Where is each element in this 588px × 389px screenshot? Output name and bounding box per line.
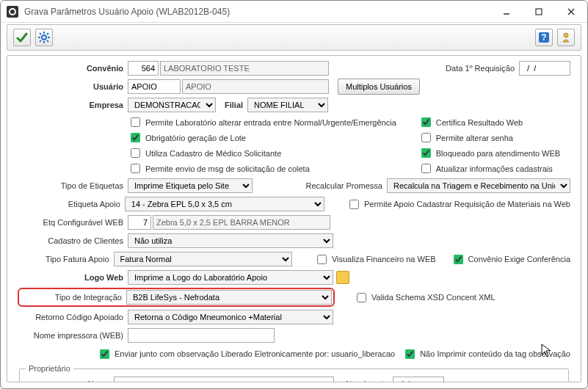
folder-icon[interactable]	[336, 271, 349, 284]
titlebar: Grava Parâmetros Usuário Apoio (WLAB2012…	[1, 1, 587, 23]
confirm-button[interactable]	[13, 29, 31, 46]
toolbar: ?	[7, 24, 581, 51]
etq-web-num-input[interactable]	[128, 215, 151, 230]
prop-nome-label: Nome	[26, 379, 114, 382]
app-icon	[7, 6, 18, 18]
chk-utiliza-cad-medico[interactable]	[131, 148, 140, 158]
convenio-code-input[interactable]	[128, 61, 159, 76]
tipo-etiquetas-label: Tipo de Etiquetas	[18, 181, 128, 190]
etiqueta-apoio-select[interactable]: 14 - Zebra EPL 5,0 x 3,5 cm	[125, 197, 324, 211]
tipo-fatura-label: Tipo Fatura Apoio	[18, 255, 114, 263]
etiqueta-apoio-label: Etiqueta Apoio	[18, 200, 125, 208]
recalcular-label: Recalcular Promessa	[305, 181, 382, 190]
chk-nao-imprimir-tag[interactable]	[405, 349, 415, 359]
cad-clientes-label: Cadastro de Clientes	[18, 236, 128, 245]
usuario-label: Usuário	[18, 82, 128, 91]
empresa-select[interactable]: DEMONSTRACAO	[128, 98, 216, 112]
prop-nasc-input[interactable]	[393, 377, 444, 382]
chk-bloqueado-web[interactable]	[421, 148, 431, 158]
tipo-etiquetas-select[interactable]: Imprime Etiqueta pelo Site	[128, 178, 253, 193]
svg-rect-1	[536, 9, 542, 15]
svg-line-11	[47, 33, 48, 34]
data-requisicao-label: Data 1º Requisição	[446, 64, 515, 73]
recalcular-select[interactable]: Recalcula na Triagem e Recebimento na Un…	[387, 178, 570, 193]
filial-select[interactable]: NOME FILIAL	[247, 98, 328, 112]
chk-obrigatorio-lote[interactable]	[131, 133, 140, 142]
proprietario-group: Proprietário Nome Nascimento Celular Ema…	[19, 364, 569, 382]
chk-convenio-exige-conf[interactable]	[454, 255, 463, 264]
chk-enviar-obs[interactable]	[100, 349, 109, 359]
settings-button[interactable]	[35, 29, 53, 46]
prop-nasc-label: Nascimento	[346, 379, 388, 382]
etq-web-desc-display	[153, 215, 330, 230]
chk-permite-cad-req[interactable]	[349, 200, 359, 209]
usuario-code-input[interactable]	[128, 79, 181, 94]
svg-point-15	[564, 33, 568, 37]
proprietario-legend: Proprietário	[26, 364, 73, 373]
help-button[interactable]: ?	[535, 29, 553, 46]
prop-nome-input[interactable]	[114, 377, 334, 382]
chk-envio-msg-coleta[interactable]	[131, 164, 140, 173]
chk-permite-alterar-senha[interactable]	[421, 133, 431, 142]
convenio-label: Convênio	[18, 64, 128, 73]
form-panel: Convênio Data 1º Requisição Usuário Mult…	[7, 55, 581, 382]
etq-web-label: Etq Configurável WEB	[18, 218, 128, 227]
svg-point-4	[42, 35, 46, 40]
svg-text:?: ?	[541, 32, 546, 43]
chk-permite-alterar-entrada[interactable]	[131, 117, 140, 127]
logo-web-label: Logo Web	[18, 273, 128, 282]
cad-clientes-select[interactable]: Não utiliza	[128, 233, 333, 248]
retorno-label: Retorno Código Apoiado	[18, 313, 128, 321]
minimize-button[interactable]	[496, 4, 517, 19]
maximize-button[interactable]	[529, 4, 549, 19]
convenio-name-display	[160, 61, 329, 76]
logo-web-select[interactable]: Imprime a Logo do Laboratório Apoio	[128, 270, 333, 285]
empresa-label: Empresa	[18, 101, 128, 109]
svg-line-12	[40, 40, 41, 42]
window-title: Grava Parâmetros Usuário Apoio (WLAB2012…	[24, 7, 496, 17]
tipo-integracao-select[interactable]: B2B LifeSys - Nefrodata	[126, 290, 332, 305]
chk-atualizar-cad[interactable]	[421, 164, 431, 173]
close-button[interactable]	[561, 4, 581, 19]
exit-button[interactable]	[557, 29, 575, 46]
tipo-fatura-select[interactable]: Fatura Normal	[114, 252, 292, 266]
usuario-name-display	[182, 79, 329, 94]
impressora-label: Nome impressora (WEB)	[18, 331, 128, 340]
filial-label: Filial	[225, 101, 243, 109]
impressora-input[interactable]	[128, 328, 275, 343]
multiplos-usuarios-button[interactable]: Multiplos Usuários	[338, 79, 420, 95]
svg-line-10	[47, 40, 48, 42]
chk-valida-xsd[interactable]	[357, 293, 366, 302]
svg-line-9	[40, 33, 41, 34]
retorno-select[interactable]: Retorna o Código Mneumonico +Material	[128, 310, 333, 324]
chk-visualiza-financeiro[interactable]	[317, 255, 327, 264]
chk-certifica-resultado[interactable]	[421, 117, 431, 127]
tipo-integracao-label: Tipo de Integração	[21, 293, 126, 302]
data-requisicao-input[interactable]	[519, 61, 570, 76]
